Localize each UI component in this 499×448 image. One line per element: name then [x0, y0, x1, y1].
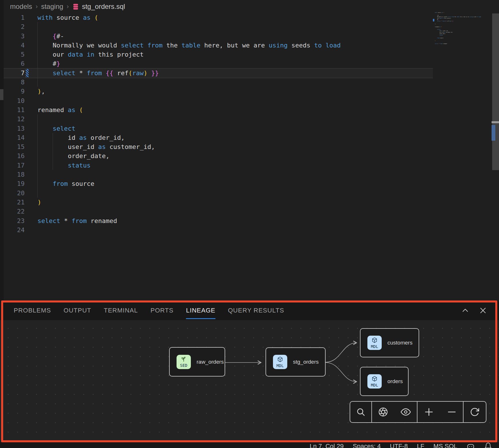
- minimap-modified-marker: [433, 19, 434, 21]
- node-label: customers: [387, 340, 413, 346]
- breadcrumb-separator: ›: [67, 3, 69, 10]
- chevron-up-icon[interactable]: [461, 306, 469, 314]
- breadcrumb-file-label: stg_orders.sql: [82, 3, 125, 11]
- line-number: 4: [4, 41, 25, 50]
- status-item-utf-8[interactable]: UTF-8: [390, 442, 408, 448]
- code-line-4[interactable]: 4 Normally we would select from the tabl…: [4, 41, 433, 50]
- tab-label: TERMINAL: [104, 307, 138, 314]
- cube-icon: [371, 376, 378, 383]
- bottom-panel: PROBLEMSOUTPUTTERMINALPORTSLINEAGEQUERY …: [0, 301, 499, 448]
- code-line-2[interactable]: 2: [4, 22, 433, 31]
- badge-label: MDL: [371, 344, 378, 349]
- cube-icon: [277, 356, 283, 364]
- indent-guide: [37, 22, 38, 87]
- line-number: 11: [4, 105, 25, 115]
- lineage-node-customers[interactable]: MDL customers: [360, 328, 419, 357]
- tab-label: PORTS: [151, 307, 173, 314]
- line-number: 20: [4, 189, 25, 198]
- database-icon: [72, 3, 79, 10]
- line-number: 7: [4, 69, 25, 78]
- line-number: 8: [4, 78, 25, 87]
- code-line-19[interactable]: 19 from source: [4, 179, 433, 188]
- code-line-5[interactable]: 5 our data in this project: [4, 50, 433, 59]
- code-line-23[interactable]: 23select * from renamed: [4, 216, 433, 226]
- toolbar-eye-button[interactable]: [398, 402, 414, 422]
- code-line-3[interactable]: 3 {#-: [4, 32, 433, 41]
- code-line-14[interactable]: 14 id as order_id,: [4, 133, 433, 142]
- line-number: 24: [4, 226, 25, 235]
- status-item-lf[interactable]: LF: [417, 442, 424, 448]
- toolbar-search-button[interactable]: [353, 402, 369, 422]
- line-number: 5: [4, 50, 25, 59]
- editor-scrollbar[interactable]: [492, 13, 499, 170]
- code-line-11[interactable]: 11renamed as (: [4, 105, 433, 115]
- lineage-node-raw_orders[interactable]: SED raw_orders: [169, 347, 225, 377]
- toolbar-aperture-button[interactable]: [375, 402, 391, 422]
- tab-terminal[interactable]: TERMINAL: [104, 303, 138, 319]
- code-line-7[interactable]: 7 select * from {{ ref(raw) }}: [4, 69, 433, 78]
- code-line-22[interactable]: 22: [4, 207, 433, 216]
- lineage-node-stg_orders[interactable]: MDL stg_orders: [266, 347, 326, 377]
- status-item-ln-7-col-29[interactable]: Ln 7, Col 29: [310, 442, 344, 448]
- line-number: 19: [4, 179, 25, 188]
- tab-problems[interactable]: PROBLEMS: [14, 303, 51, 319]
- left-edge-strip: [0, 0, 4, 301]
- node-label: orders: [387, 378, 403, 385]
- node-label: raw_orders: [197, 359, 224, 365]
- line-number: 16: [4, 152, 25, 161]
- code-line-10[interactable]: 10: [4, 96, 433, 105]
- edge-stg_orders-customers: [326, 343, 357, 362]
- toolbar-zoom-in-button[interactable]: [421, 402, 437, 422]
- tab-label: QUERY RESULTS: [228, 307, 284, 314]
- breadcrumb-item-models[interactable]: models: [10, 3, 32, 11]
- code-line-9[interactable]: 9),: [4, 87, 433, 96]
- code-line-21[interactable]: 21): [4, 198, 433, 207]
- code-line-8[interactable]: 8: [4, 78, 433, 87]
- code-line-17[interactable]: 17 status: [4, 161, 433, 170]
- line-number: 22: [4, 207, 25, 216]
- cube-icon: [371, 337, 378, 345]
- sidebar-drag-handle[interactable]: [0, 89, 3, 100]
- line-number: 9: [4, 87, 25, 96]
- cube-badge: MDL: [273, 355, 287, 369]
- line-number: 18: [4, 170, 25, 179]
- cube-badge: MDL: [367, 374, 382, 389]
- code-line-15[interactable]: 15 user_id as customer_id,: [4, 142, 433, 152]
- badge-label: MDL: [276, 363, 284, 368]
- code-line-18[interactable]: 18: [4, 170, 433, 179]
- status-item-ms-sql[interactable]: MS SQL: [433, 442, 457, 448]
- lineage-node-orders[interactable]: MDL orders: [360, 367, 409, 396]
- bell-icon[interactable]: [484, 442, 492, 448]
- breadcrumb-file[interactable]: stg_orders.sql: [72, 3, 125, 11]
- tab-query-results[interactable]: QUERY RESULTS: [228, 303, 284, 319]
- code-line-16[interactable]: 16 order_date,: [4, 152, 433, 161]
- panel-tab-bar: PROBLEMSOUTPUTTERMINALPORTSLINEAGEQUERY …: [0, 301, 499, 320]
- close-icon[interactable]: [479, 306, 487, 314]
- code-line-6[interactable]: 6 #}: [4, 59, 433, 68]
- tab-lineage[interactable]: LINEAGE: [186, 303, 215, 319]
- status-item-spaces-4[interactable]: Spaces: 4: [353, 442, 381, 448]
- breadcrumb-item-staging[interactable]: staging: [41, 3, 63, 11]
- tab-ports[interactable]: PORTS: [151, 303, 173, 319]
- code-line-24[interactable]: 24: [4, 226, 433, 235]
- lineage-canvas[interactable]: SED raw_orders MDL stg_orders MDL custom…: [0, 320, 499, 448]
- seedling-badge: SED: [177, 355, 191, 369]
- breadcrumb: models › staging › stg_orders.sql: [4, 0, 125, 13]
- line-number: 1: [4, 13, 25, 22]
- copilot-icon[interactable]: [466, 442, 475, 448]
- line-number: 23: [4, 216, 25, 226]
- tab-output[interactable]: OUTPUT: [64, 303, 91, 319]
- code-line-24[interactable]: [433, 44, 490, 46]
- lineage-toolbar: [350, 401, 486, 423]
- code-line-13[interactable]: 13 select: [4, 124, 433, 133]
- toolbar-refresh-button[interactable]: [467, 402, 483, 422]
- minimap[interactable]: with source as ( {#- Normally we would s…: [433, 12, 490, 275]
- code-line-12[interactable]: 12: [4, 115, 433, 124]
- code-line-1[interactable]: 1with source as (: [4, 13, 433, 22]
- cube-badge: MDL: [367, 336, 382, 350]
- lineage-edges: [0, 320, 499, 448]
- toolbar-zoom-out-button[interactable]: [444, 402, 460, 422]
- code-line-20[interactable]: 20: [4, 189, 433, 198]
- code-editor[interactable]: 1with source as (23 {#-4 Normally we wou…: [4, 13, 433, 235]
- panel-actions: [461, 303, 499, 318]
